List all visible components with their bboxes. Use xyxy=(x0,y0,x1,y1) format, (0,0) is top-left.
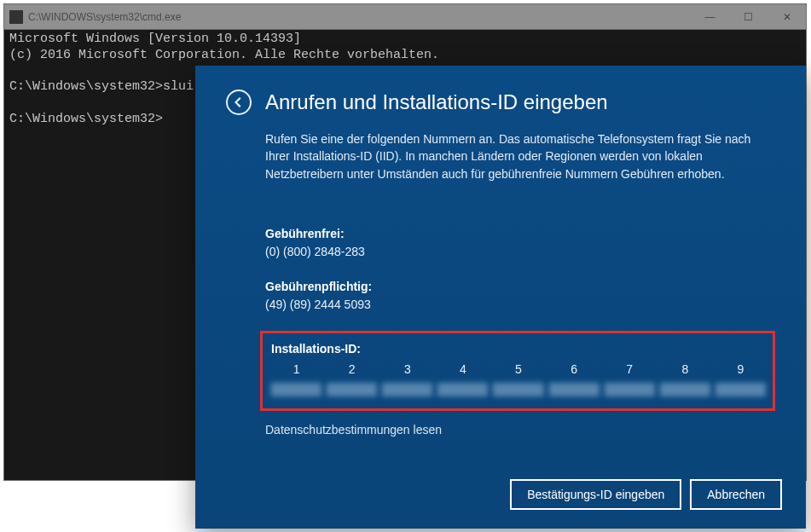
iid-value-redacted xyxy=(605,383,655,396)
cmd-line: C:\Windows\system32> xyxy=(9,112,163,126)
iid-col-num: 3 xyxy=(382,362,432,376)
installation-id-label: Installations-ID: xyxy=(271,342,766,356)
iid-value-redacted xyxy=(327,383,377,396)
window-title: C:\WINDOWS\system32\cmd.exe xyxy=(28,11,691,23)
iid-value-redacted xyxy=(437,383,488,396)
arrow-left-icon xyxy=(233,96,245,108)
iid-col-num: 1 xyxy=(271,362,322,376)
iid-col: 4 xyxy=(437,362,488,396)
iid-col-num: 9 xyxy=(715,362,766,376)
iid-col: 8 xyxy=(660,362,710,396)
iid-value-redacted xyxy=(715,383,766,396)
iid-col: 9 xyxy=(715,362,766,396)
iid-col-num: 2 xyxy=(327,362,377,376)
toll-free-block: Gebührenfrei: (0) (800) 2848-283 xyxy=(265,225,775,261)
iid-col-num: 6 xyxy=(549,362,600,376)
iid-col: 5 xyxy=(493,362,543,396)
iid-value-redacted xyxy=(660,383,710,396)
cancel-button[interactable]: Abbrechen xyxy=(690,479,782,510)
toll-number: (49) (89) 2444 5093 xyxy=(265,296,775,314)
iid-col: 1 xyxy=(271,362,322,396)
dialog-description: Rufen Sie eine der folgenden Nummern an.… xyxy=(265,130,775,182)
installation-id-box: Installations-ID: 1 2 3 4 5 6 7 8 9 xyxy=(260,331,775,411)
cmd-line: C:\Windows\system32>slui xyxy=(9,79,194,94)
iid-col-num: 8 xyxy=(660,362,710,376)
iid-value-redacted xyxy=(382,383,432,396)
iid-col: 2 xyxy=(327,362,377,396)
dialog-header: Anrufen und Installations-ID eingeben xyxy=(226,90,775,115)
cmd-line: Microsoft Windows [Version 10.0.14393] xyxy=(9,32,301,46)
close-button[interactable]: ✕ xyxy=(768,4,806,30)
privacy-link[interactable]: Datenschutzbestimmungen lesen xyxy=(265,423,775,437)
dialog-buttons: Bestätigungs-ID eingeben Abbrechen xyxy=(510,479,782,510)
back-button[interactable] xyxy=(226,90,252,115)
titlebar: C:\WINDOWS\system32\cmd.exe — ☐ ✕ xyxy=(4,4,806,30)
iid-col: 7 xyxy=(605,362,655,396)
dialog-title: Anrufen und Installations-ID eingeben xyxy=(265,90,608,114)
toll-free-label: Gebührenfrei: xyxy=(265,225,775,243)
installation-id-grid: 1 2 3 4 5 6 7 8 9 xyxy=(271,362,766,396)
toll-label: Gebührenpflichtig: xyxy=(265,278,775,296)
toll-block: Gebührenpflichtig: (49) (89) 2444 5093 xyxy=(265,278,775,314)
maximize-button[interactable]: ☐ xyxy=(729,4,768,30)
cmd-icon xyxy=(9,10,23,24)
iid-value-redacted xyxy=(549,383,600,396)
toll-free-number: (0) (800) 2848-283 xyxy=(265,243,775,261)
confirm-id-button[interactable]: Bestätigungs-ID eingeben xyxy=(510,479,681,510)
iid-value-redacted xyxy=(493,383,543,396)
iid-col-num: 5 xyxy=(493,362,543,376)
iid-col: 3 xyxy=(382,362,432,396)
iid-col: 6 xyxy=(549,362,600,396)
minimize-button[interactable]: — xyxy=(691,4,729,30)
cmd-line: (c) 2016 Microsoft Corporation. Alle Rec… xyxy=(9,48,439,62)
iid-value-redacted xyxy=(271,383,322,396)
activation-dialog: Anrufen und Installations-ID eingeben Ru… xyxy=(195,66,806,529)
iid-col-num: 7 xyxy=(605,362,655,376)
iid-col-num: 4 xyxy=(437,362,488,376)
